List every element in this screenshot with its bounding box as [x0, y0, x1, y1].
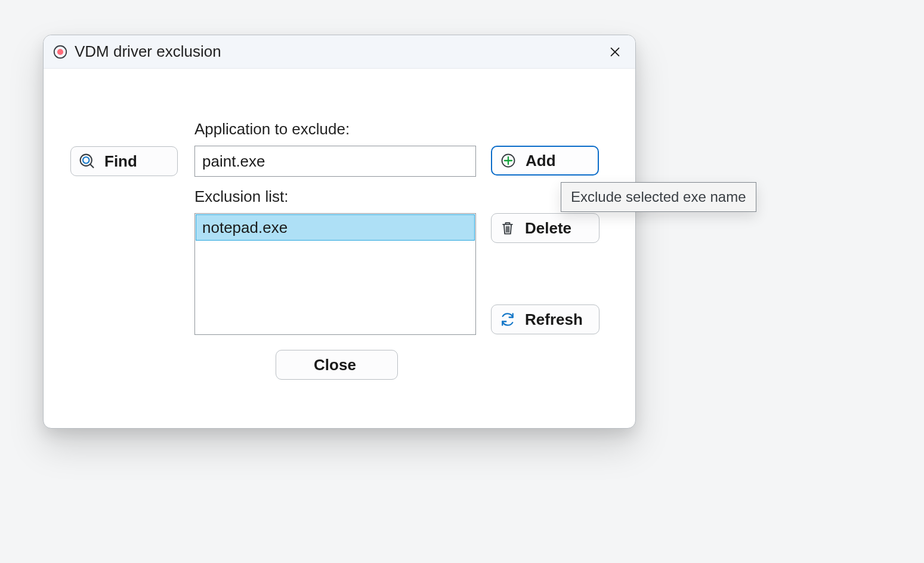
- close-icon: [608, 45, 622, 59]
- stage: VDM driver exclusion Find Appl: [0, 0, 924, 563]
- close-button[interactable]: Close: [276, 350, 398, 380]
- dialog-body: Find Application to exclude: Add Exclusi…: [44, 69, 635, 428]
- find-button-label: Find: [104, 152, 137, 171]
- window-title: VDM driver exclusion: [75, 42, 221, 61]
- vdm-exclusion-dialog: VDM driver exclusion Find Appl: [43, 35, 636, 429]
- find-button[interactable]: Find: [70, 146, 178, 176]
- application-to-exclude-label: Application to exclude:: [194, 120, 350, 139]
- application-input[interactable]: [194, 146, 476, 177]
- exclusion-listbox[interactable]: notepad.exe: [194, 213, 476, 335]
- refresh-icon: [499, 310, 517, 328]
- add-button-label: Add: [526, 152, 556, 170]
- tooltip-text: Exclude selected exe name: [571, 189, 746, 205]
- add-button-tooltip: Exclude selected exe name: [561, 182, 756, 212]
- add-button[interactable]: Add: [491, 146, 599, 176]
- delete-button[interactable]: Delete: [491, 213, 599, 243]
- add-icon: [499, 152, 517, 170]
- titlebar: VDM driver exclusion: [44, 35, 635, 69]
- delete-button-label: Delete: [525, 219, 571, 238]
- exclusion-list-label: Exclusion list:: [194, 187, 289, 206]
- window-close-button[interactable]: [602, 40, 628, 64]
- record-icon: [52, 44, 69, 60]
- svg-point-1: [57, 48, 63, 54]
- svg-point-3: [83, 157, 89, 164]
- search-icon: [78, 152, 96, 170]
- trash-icon: [499, 219, 517, 237]
- refresh-button[interactable]: Refresh: [491, 304, 599, 334]
- refresh-button-label: Refresh: [525, 310, 583, 329]
- close-button-label: Close: [314, 356, 356, 374]
- list-item[interactable]: notepad.exe: [196, 214, 475, 241]
